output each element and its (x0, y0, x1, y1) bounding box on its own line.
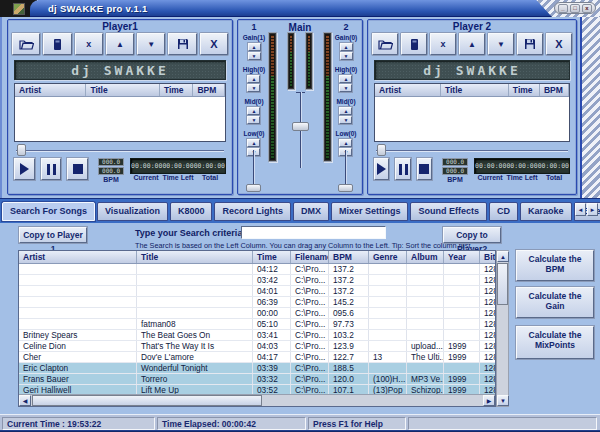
player2-playlist-body[interactable] (375, 97, 569, 141)
songs-col-bitrate[interactable]: Bitrate (480, 251, 496, 263)
table-row[interactable]: Britney SpearsThe Beat Goes On03:41C:\Pr… (19, 330, 495, 341)
scroll-up-icon[interactable]: ▲ (497, 251, 509, 262)
songs-col-bpm[interactable]: BPM (329, 251, 369, 263)
remove-track-button[interactable]: x (75, 33, 103, 55)
spin-up-button[interactable]: ▲ (339, 107, 352, 115)
seek-thumb[interactable] (377, 144, 386, 156)
spin-down-button[interactable]: ▼ (340, 52, 353, 60)
close-button[interactable]: x (582, 4, 592, 13)
scroll-left-icon[interactable]: ◀ (19, 395, 31, 406)
tab-k8000[interactable]: K8000 (170, 202, 213, 221)
table-row[interactable]: Eric ClaptonWonderful Tonight03:39C:\Pro… (19, 363, 495, 374)
calculate-mixpoints-button[interactable]: Calculate the MixPoints (516, 326, 594, 359)
spin-down-button[interactable]: ▼ (247, 84, 260, 92)
horizontal-scrollbar[interactable]: ◀ ▶ (19, 394, 495, 406)
move-up-button[interactable]: ▲ (459, 33, 485, 55)
table-row[interactable]: Frans BauerTorrero03:32C:\Pro...120.0(10… (19, 374, 495, 385)
move-down-button[interactable]: ▼ (137, 33, 165, 55)
tab-visualization[interactable]: Visualization (97, 202, 168, 221)
spin-up-button[interactable]: ▲ (340, 43, 353, 51)
playlist-col-bpm[interactable]: BPM (193, 84, 225, 96)
save-button[interactable] (517, 33, 543, 55)
spin-up-button[interactable]: ▲ (247, 139, 260, 147)
songs-col-time[interactable]: Time (253, 251, 291, 263)
table-row[interactable]: 00:00C:\Pro...095.6128 (19, 308, 495, 319)
pause-button[interactable] (395, 158, 410, 180)
spin-up-button[interactable]: ▲ (339, 139, 352, 147)
playlist-col-title[interactable]: Title (86, 84, 160, 96)
tab-dmx[interactable]: DMX (293, 202, 329, 221)
remove-track-button[interactable]: x (430, 33, 456, 55)
vscroll-track[interactable] (497, 305, 508, 395)
playlist-col-title[interactable]: Title (441, 84, 509, 96)
table-row[interactable]: 06:39C:\Pro...145.2128 (19, 297, 495, 308)
spin-down-button[interactable]: ▼ (247, 116, 260, 124)
playlist-col-bpm[interactable]: BPM (540, 84, 569, 96)
tab-cd[interactable]: CD (489, 202, 518, 221)
main-balance-slider[interactable] (292, 92, 310, 168)
vscroll-thumb[interactable] (497, 263, 508, 305)
spin-up-button[interactable]: ▲ (247, 75, 260, 83)
spin-down-button[interactable]: ▼ (339, 84, 352, 92)
tab-scroll-right-icon[interactable]: ► (587, 203, 598, 216)
scroll-right-icon[interactable]: ▶ (483, 395, 495, 406)
open-file-button[interactable] (372, 33, 398, 55)
copy-to-player2-button[interactable]: Copy to Player2 (443, 227, 501, 243)
table-row[interactable]: CherDov'e L'amore04:17C:\Pro...122.713Th… (19, 352, 495, 363)
songs-col-year[interactable]: Year (444, 251, 480, 263)
hscroll-track[interactable] (262, 395, 483, 406)
playlist-col-artist[interactable]: Artist (15, 84, 86, 96)
open-file-button[interactable] (12, 33, 40, 55)
maximize-button[interactable]: □ (570, 4, 580, 13)
playlist-button[interactable] (43, 33, 71, 55)
search-criteria-input[interactable] (241, 226, 386, 239)
clear-playlist-button[interactable]: X (546, 33, 572, 55)
playlist-col-time[interactable]: Time (160, 84, 194, 96)
copy-to-player1-button[interactable]: Copy to Player 1 (19, 227, 87, 243)
playlist-col-artist[interactable]: Artist (375, 84, 441, 96)
spin-down-button[interactable]: ▼ (339, 116, 352, 124)
titlebar-bar[interactable]: dj SWAKKE pro v.1.1 (30, 0, 552, 17)
songs-col-album[interactable]: Album (407, 251, 444, 263)
stop-button[interactable] (67, 158, 88, 180)
scroll-down-icon[interactable]: ▼ (497, 395, 509, 406)
channel1-volume-fader[interactable] (244, 150, 264, 192)
spin-down-button[interactable]: ▼ (248, 52, 261, 60)
minimize-button[interactable]: _ (558, 4, 568, 13)
tab-karaoke[interactable]: Karaoke (520, 202, 572, 221)
spin-up-button[interactable]: ▲ (339, 75, 352, 83)
player1-seek-slider[interactable] (16, 143, 224, 156)
table-row[interactable]: 04:12C:\Pro...137.2128 (19, 264, 495, 275)
fader-thumb[interactable] (338, 184, 353, 192)
tab-search-for-songs[interactable]: Search For Songs (2, 202, 95, 221)
stop-button[interactable] (417, 158, 432, 180)
move-down-button[interactable]: ▼ (488, 33, 514, 55)
clear-playlist-button[interactable]: X (200, 33, 228, 55)
player2-seek-slider[interactable] (376, 143, 568, 156)
save-button[interactable] (168, 33, 196, 55)
slider-thumb[interactable] (292, 122, 309, 131)
songs-col-genre[interactable]: Genre (369, 251, 407, 263)
player1-playlist-body[interactable] (15, 97, 225, 141)
songs-col-artist[interactable]: Artist (19, 251, 137, 263)
table-row[interactable]: fatman0805:10C:\Pro...97.73128 (19, 319, 495, 330)
calculate-bpm-button[interactable]: Calculate the BPM (516, 250, 594, 281)
table-row[interactable]: Celine DionThat's The Way It Is04:03C:\P… (19, 341, 495, 352)
table-row[interactable]: 04:01C:\Pro...137.2128 (19, 286, 495, 297)
playlist-col-time[interactable]: Time (509, 84, 540, 96)
songs-col-filename[interactable]: Filename (291, 251, 329, 263)
pause-button[interactable] (41, 158, 62, 180)
hscroll-thumb[interactable] (32, 395, 262, 406)
seek-thumb[interactable] (17, 144, 26, 156)
tab-sound-effects[interactable]: Sound Effects (410, 202, 487, 221)
tab-scroll-left-icon[interactable]: ◄ (575, 203, 586, 216)
vertical-scrollbar[interactable]: ▲ ▼ (496, 250, 509, 407)
tab-record-lights[interactable]: Record Lights (214, 202, 291, 221)
table-row[interactable]: 03:42C:\Pro...137.2128 (19, 275, 495, 286)
songs-col-title[interactable]: Title (137, 251, 253, 263)
move-up-button[interactable]: ▲ (106, 33, 134, 55)
calculate-gain-button[interactable]: Calculate the Gain (516, 287, 594, 318)
spin-up-button[interactable]: ▲ (248, 43, 261, 51)
play-button[interactable] (14, 158, 35, 180)
play-button[interactable] (374, 158, 389, 180)
